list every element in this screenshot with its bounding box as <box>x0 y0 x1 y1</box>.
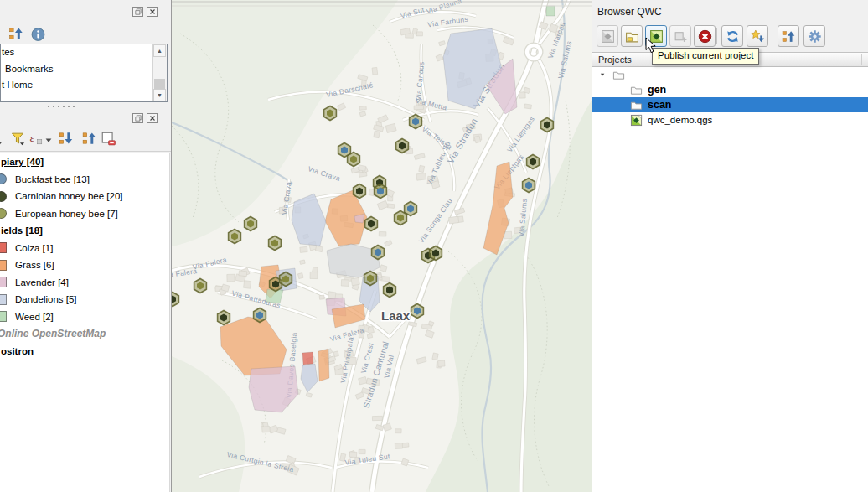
legend-layer-item[interactable]: Colza [1] <box>0 240 169 257</box>
collapse-all-button[interactable] <box>8 26 24 41</box>
legend-layer-item[interactable]: Grass [6] <box>0 256 169 274</box>
add-project-disabled-button[interactable] <box>669 25 691 47</box>
info-button[interactable] <box>30 27 46 42</box>
add-disabled-icon <box>674 29 688 44</box>
expression-filter-button[interactable]: ε <box>28 131 44 146</box>
apiary-marker-buckfast <box>375 184 387 199</box>
expand-all-button[interactable] <box>59 131 74 146</box>
legend-group-item[interactable]: ositron <box>0 343 169 360</box>
apiary-marker-carniolan <box>218 311 230 325</box>
legend-label: ields [18] <box>1 225 43 236</box>
apiary-marker-carniolan <box>396 139 409 153</box>
folder-icon <box>630 99 643 111</box>
apiary-marker-european <box>280 272 292 287</box>
legend-layer-item[interactable]: Dandelions [5] <box>0 291 169 308</box>
apiary-marker-carniolan <box>365 217 378 231</box>
scroll-up-icon[interactable]: ▲ <box>153 44 166 57</box>
tree-item-gen[interactable]: gen <box>592 82 868 97</box>
collapse-all-icon <box>8 26 24 41</box>
dropdown-partial-button[interactable] <box>0 136 7 151</box>
close-icon <box>148 8 157 16</box>
tree-item-label: scan <box>648 97 672 112</box>
tree-item-root[interactable] <box>592 67 868 82</box>
legend-layer-item[interactable]: Lavender [4] <box>0 274 169 292</box>
browser-item[interactable]: t Home <box>1 77 167 94</box>
browser-item[interactable]: tes <box>1 44 167 61</box>
layer-swatch-circle <box>0 173 7 184</box>
delete-icon <box>698 29 712 44</box>
layer-swatch-rect <box>0 294 7 305</box>
remove-layer-icon <box>101 131 116 146</box>
legend-group-item[interactable]: Online OpenStreetMap <box>0 325 169 343</box>
legend-group-item[interactable]: ields [18] <box>0 222 169 240</box>
panel-title: Browser QWC <box>597 6 662 18</box>
qwc-toolbar <box>592 25 868 49</box>
collapse-all-icon <box>782 29 796 44</box>
apiary-marker-european <box>269 236 282 251</box>
legend-layer-item[interactable]: Carniolan honey bee [20] <box>0 188 169 205</box>
settings-button[interactable] <box>803 25 825 47</box>
dropdown-button[interactable] <box>44 132 54 148</box>
layer-swatch-rect <box>0 277 7 287</box>
legend-label: ositron <box>1 346 34 356</box>
refresh-button[interactable] <box>721 25 743 47</box>
legend-label: Lavender [4] <box>15 277 69 287</box>
expand-favorites-button[interactable] <box>747 25 768 47</box>
expander-down-icon <box>600 72 607 80</box>
legend-label: Dandelions [5] <box>15 294 77 304</box>
tree-item-qwc_demo-qgs[interactable]: qwc_demo.qgs <box>592 112 868 127</box>
refresh-icon <box>726 29 740 44</box>
tree-item-label: qwc_demo.qgs <box>648 112 712 127</box>
new-folder-icon <box>625 29 639 44</box>
apiary-marker-buckfast <box>372 246 385 260</box>
qwc-browser-panel: Browser QWC Projects genscanqwc_demo.qgs… <box>592 0 868 492</box>
apiary-marker-european <box>229 230 241 244</box>
filter-icon <box>10 131 25 146</box>
publish-project-disabled-button[interactable] <box>597 25 618 47</box>
collapse-all-button[interactable] <box>778 25 799 47</box>
layers-panel-float-button[interactable] <box>132 113 143 123</box>
delete-project-button[interactable] <box>694 25 716 47</box>
apiary-marker-carniolan <box>541 118 554 132</box>
qgis-project-icon <box>630 114 643 127</box>
apiary-marker-carniolan <box>527 155 540 169</box>
legend-layer-item[interactable]: Buckfast bee [13] <box>0 171 169 189</box>
map-canvas[interactable]: Via SutVia PlaunaVia FarbunsVia Darschat… <box>171 0 592 492</box>
browser-panel-close-button[interactable] <box>147 7 158 17</box>
apiary-marker-european <box>194 279 207 293</box>
scroll-down-icon[interactable]: ▼ <box>153 89 166 101</box>
tree-item-scan[interactable]: scan <box>592 97 868 112</box>
expand-all-icon <box>59 131 74 146</box>
apiary-marker-buckfast <box>411 304 424 319</box>
folder-icon <box>612 69 625 81</box>
apiary-marker-european <box>324 106 337 121</box>
browser-panel-float-button[interactable] <box>132 7 143 17</box>
layer-swatch-rect <box>0 260 7 271</box>
legend-group-item[interactable]: piary [40] <box>0 153 169 171</box>
application-window: tesBookmarkst Home ▲ ▼ ε piary [40]Buckf… <box>0 0 868 492</box>
apiary-marker-carniolan <box>354 184 366 199</box>
new-folder-button[interactable] <box>621 25 643 47</box>
filter-button[interactable] <box>10 131 25 146</box>
dropdown-icon <box>44 132 54 148</box>
collapse-all-button[interactable] <box>82 131 97 146</box>
svg-text:ε: ε <box>30 132 35 144</box>
layers-panel-close-button[interactable] <box>147 113 158 123</box>
legend-label: Grass [6] <box>15 260 54 270</box>
mouse-cursor <box>645 37 657 54</box>
layer-swatch-rect <box>0 242 7 253</box>
projects-header-label: Projects <box>598 54 632 65</box>
field-grass <box>318 349 329 381</box>
layers-legend: piary [40]Buckfast bee [13]Carniolan hon… <box>0 153 170 492</box>
panel-splitter[interactable] <box>0 104 171 109</box>
legend-layer-item[interactable]: European honey bee [7] <box>0 205 169 223</box>
legend-layer-item[interactable]: Weed [2] <box>0 308 169 326</box>
apiary-marker-carniolan <box>430 246 442 261</box>
browser-list: tesBookmarkst Home ▲ ▼ <box>0 44 168 102</box>
legend-label: Colza [1] <box>15 243 53 253</box>
remove-layer-button[interactable] <box>101 131 116 146</box>
dropdown-partial-icon <box>0 136 7 151</box>
collapse-all-icon <box>82 131 97 146</box>
browser-item[interactable]: Bookmarks <box>1 61 167 78</box>
browser-list-scrollbar[interactable]: ▲ ▼ <box>152 44 167 101</box>
